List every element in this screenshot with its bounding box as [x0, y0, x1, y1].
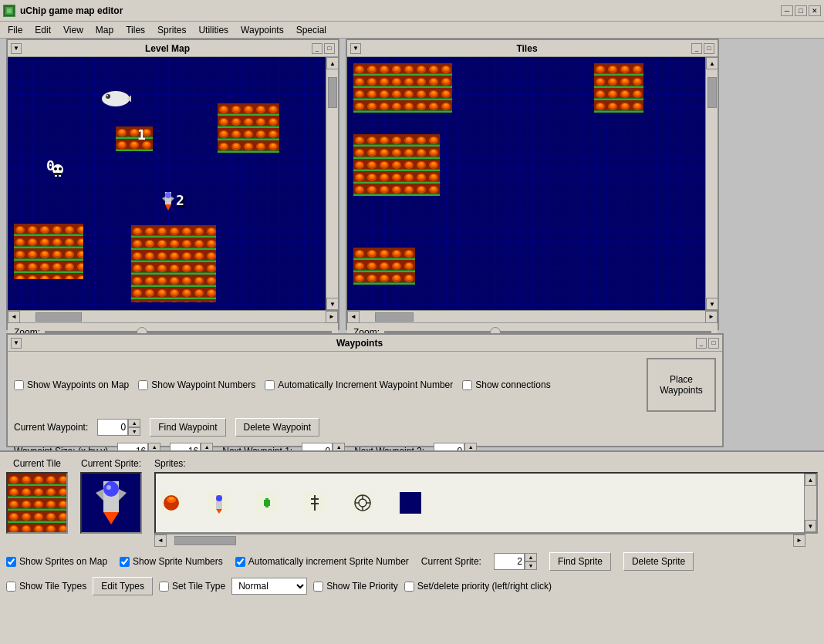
- menu-file[interactable]: File: [2, 23, 29, 37]
- tile-type-dropdown[interactable]: Normal Solid Hazard Passthrough: [231, 578, 307, 595]
- show-sprites-label[interactable]: Show Sprites on Map: [19, 556, 107, 567]
- edit-types-button[interactable]: Edit Types: [93, 577, 153, 595]
- set-delete-priority-label[interactable]: Set/delete priority (left/right click): [417, 581, 552, 592]
- show-tile-types-label[interactable]: Show Tile Types: [19, 581, 86, 592]
- level-map-collapse-btn[interactable]: ▼: [11, 43, 22, 54]
- current-waypoint-down-btn[interactable]: ▼: [128, 427, 140, 436]
- show-tile-priority-label[interactable]: Show Tile Priority: [326, 581, 398, 592]
- show-sprites-checkbox[interactable]: [6, 557, 16, 567]
- show-waypoint-numbers-checkbox[interactable]: [138, 380, 148, 390]
- level-map-vscrollbar[interactable]: ▲ ▼: [326, 57, 338, 310]
- set-delete-priority-checkbox[interactable]: [404, 582, 414, 592]
- delete-sprite-button[interactable]: Delete Sprite: [623, 552, 694, 571]
- auto-increment-sprite-checkbox[interactable]: [235, 557, 245, 567]
- tiles-vscroll-up[interactable]: ▲: [706, 57, 718, 69]
- place-waypoints-button[interactable]: Place Waypoints: [647, 358, 716, 412]
- waypoints-content: Show Waypoints on Map Show Waypoint Numb…: [8, 352, 722, 466]
- show-waypoint-numbers-label[interactable]: Show Waypoint Numbers: [151, 379, 255, 390]
- menu-sprites[interactable]: Sprites: [151, 23, 192, 37]
- current-waypoint-input[interactable]: [97, 419, 128, 436]
- show-waypoints-label[interactable]: Show Waypoints on Map: [27, 379, 129, 390]
- sprites-hscrollbar[interactable]: ◄ ►: [154, 534, 805, 546]
- menu-tiles[interactable]: Tiles: [120, 23, 151, 37]
- menu-map[interactable]: Map: [89, 23, 120, 37]
- waypoints-row-2: Current Waypoint: ▲ ▼ Find Waypoint Dele…: [14, 418, 716, 437]
- level-map-canvas[interactable]: 0 1 2: [8, 57, 326, 310]
- sprites-hscroll-thumb[interactable]: [174, 536, 236, 545]
- current-sprite-input[interactable]: [494, 553, 525, 570]
- sprite-thumb-2[interactable]: [255, 491, 279, 515]
- sprite-thumb-0[interactable]: [159, 491, 184, 515]
- level-map-min-btn[interactable]: _: [312, 43, 323, 54]
- current-sprite-down-btn[interactable]: ▼: [525, 561, 537, 570]
- show-tile-types-checkbox[interactable]: [6, 582, 16, 592]
- show-tile-priority-checkbox[interactable]: [313, 582, 323, 592]
- sprites-vscroll-up-btn[interactable]: ▲: [805, 474, 816, 486]
- current-waypoint-up-btn[interactable]: ▲: [128, 419, 140, 427]
- sprite-thumb-4[interactable]: [350, 491, 375, 515]
- sprites-vscrollbar[interactable]: ▲ ▼: [804, 474, 816, 532]
- waypoints-max-btn[interactable]: □: [708, 338, 719, 349]
- current-sprite-label: Current Sprite:: [81, 458, 141, 469]
- minimize-button[interactable]: ─: [781, 5, 793, 16]
- show-connections-checkbox[interactable]: [462, 380, 472, 390]
- waypoints-min-btn[interactable]: _: [696, 338, 707, 349]
- app-title: uChip game map editor: [20, 5, 781, 16]
- sprites-hscroll-left-btn[interactable]: ◄: [154, 534, 167, 547]
- tiles-vscrollbar[interactable]: ▲ ▼: [705, 57, 718, 310]
- tiles-canvas[interactable]: [347, 57, 705, 310]
- vscroll-track: [326, 69, 338, 298]
- set-tile-type-label[interactable]: Set Tile Type: [172, 581, 225, 592]
- set-tile-type-checkbox[interactable]: [159, 582, 169, 592]
- tiles-vscroll-down[interactable]: ▼: [706, 298, 718, 310]
- auto-increment-label[interactable]: Automatically Increment Waypoint Number: [278, 379, 453, 390]
- tiles-hscrollbar[interactable]: ◄ ►: [347, 310, 718, 322]
- tiles-max-btn[interactable]: □: [704, 43, 714, 54]
- hscroll-thumb[interactable]: [35, 312, 82, 322]
- find-waypoint-button[interactable]: Find Waypoint: [150, 418, 225, 437]
- show-waypoints-checkbox[interactable]: [14, 380, 24, 390]
- menu-view[interactable]: View: [57, 23, 89, 37]
- find-sprite-button[interactable]: Find Sprite: [549, 552, 611, 571]
- show-waypoints-group: Show Waypoints on Map: [14, 379, 129, 390]
- level-map-max-btn[interactable]: □: [324, 43, 335, 54]
- sprites-hscroll-right-btn[interactable]: ►: [793, 534, 805, 547]
- title-bar: uChip game map editor ─ □ ✕: [0, 0, 824, 22]
- sprites-vscroll-down-btn[interactable]: ▼: [805, 520, 816, 532]
- sprite-thumb-5[interactable]: [398, 491, 423, 515]
- svg-point-48: [216, 495, 222, 501]
- menu-special[interactable]: Special: [290, 23, 333, 37]
- svg-point-23: [54, 167, 57, 170]
- show-sprite-numbers-label[interactable]: Show Sprite Numbers: [133, 556, 223, 567]
- level-map-hscrollbar[interactable]: ◄ ►: [8, 310, 338, 322]
- auto-increment-sprite-label[interactable]: Automatically increment Sprite Number: [248, 556, 409, 567]
- vscroll-thumb[interactable]: [328, 77, 337, 108]
- close-button[interactable]: ✕: [809, 5, 821, 16]
- waypoints-collapse-btn[interactable]: ▼: [11, 338, 22, 349]
- tiles-collapse-btn[interactable]: ▼: [350, 43, 361, 54]
- show-connections-label[interactable]: Show connections: [475, 379, 550, 390]
- tiles-hscroll-right[interactable]: ►: [705, 311, 718, 323]
- delete-waypoint-button[interactable]: Delete Waypoint: [235, 418, 320, 437]
- menu-utilities[interactable]: Utilities: [192, 23, 235, 37]
- tiles-hscroll-thumb[interactable]: [375, 312, 414, 322]
- auto-increment-checkbox[interactable]: [265, 380, 275, 390]
- vscroll-down-btn[interactable]: ▼: [326, 298, 339, 310]
- show-sprite-numbers-checkbox[interactable]: [120, 557, 130, 567]
- tiles-min-btn[interactable]: _: [691, 43, 702, 54]
- menu-edit[interactable]: Edit: [29, 23, 57, 37]
- sprites-panel[interactable]: ▲ ▼: [154, 472, 818, 534]
- current-sprite-up-btn[interactable]: ▲: [525, 553, 537, 561]
- current-sprite-section: Current Sprite:: [80, 458, 142, 534]
- vscroll-up-btn[interactable]: ▲: [326, 57, 339, 69]
- tiles-vscroll-thumb[interactable]: [707, 77, 717, 108]
- hscroll-left-btn[interactable]: ◄: [8, 311, 20, 323]
- tiles-hscroll-left[interactable]: ◄: [347, 311, 360, 323]
- sprite-thumb-3[interactable]: [302, 491, 327, 515]
- hscroll-right-btn[interactable]: ►: [326, 311, 338, 323]
- svg-point-44: [169, 497, 174, 500]
- maximize-button[interactable]: □: [795, 5, 807, 16]
- menu-waypoints[interactable]: Waypoints: [235, 23, 290, 37]
- sprite-thumb-1[interactable]: [207, 491, 231, 515]
- waypoints-panel: ▼ Waypoints _ □ Show Waypoints on Map Sh…: [6, 333, 724, 447]
